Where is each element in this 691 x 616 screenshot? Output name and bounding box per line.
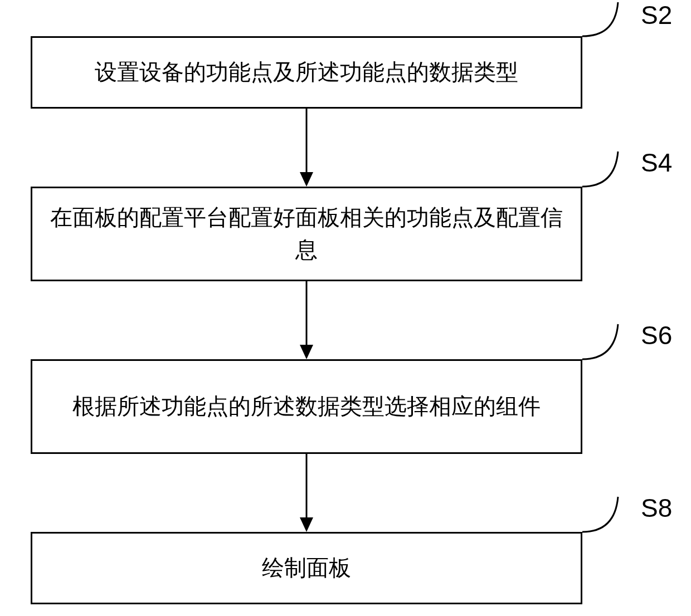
svg-marker-1 <box>300 172 313 187</box>
flow-step-s8-text: 绘制面板 <box>262 552 351 584</box>
callout-s6 <box>582 322 638 378</box>
flow-step-s4: 在面板的配置平台配置好面板相关的功能点及配置信息 <box>31 187 582 281</box>
step-label-s6: S6 <box>641 320 672 350</box>
flow-step-s6: 根据所述功能点的所述数据类型选择相应的组件 <box>31 359 582 454</box>
flow-step-s2-text: 设置设备的功能点及所述功能点的数据类型 <box>95 56 518 89</box>
flow-step-s4-text: 在面板的配置平台配置好面板相关的功能点及配置信息 <box>45 202 568 266</box>
step-label-s4: S4 <box>641 148 672 178</box>
flow-step-s6-text: 根据所述功能点的所述数据类型选择相应的组件 <box>72 390 541 423</box>
callout-s4 <box>582 149 638 205</box>
flowchart-canvas: 设置设备的功能点及所述功能点的数据类型 S2 在面板的配置平台配置好面板相关的功… <box>0 0 691 616</box>
arrow-s2-s4 <box>295 109 318 187</box>
svg-marker-3 <box>300 345 313 359</box>
arrow-s4-s6 <box>295 281 318 359</box>
callout-s2 <box>582 0 638 56</box>
step-label-s8: S8 <box>641 493 672 523</box>
flow-step-s2: 设置设备的功能点及所述功能点的数据类型 <box>31 36 582 109</box>
flow-step-s8: 绘制面板 <box>31 532 582 604</box>
callout-s8 <box>582 495 638 550</box>
arrow-s6-s8 <box>295 454 318 532</box>
svg-marker-5 <box>300 517 313 532</box>
step-label-s2: S2 <box>641 0 672 30</box>
